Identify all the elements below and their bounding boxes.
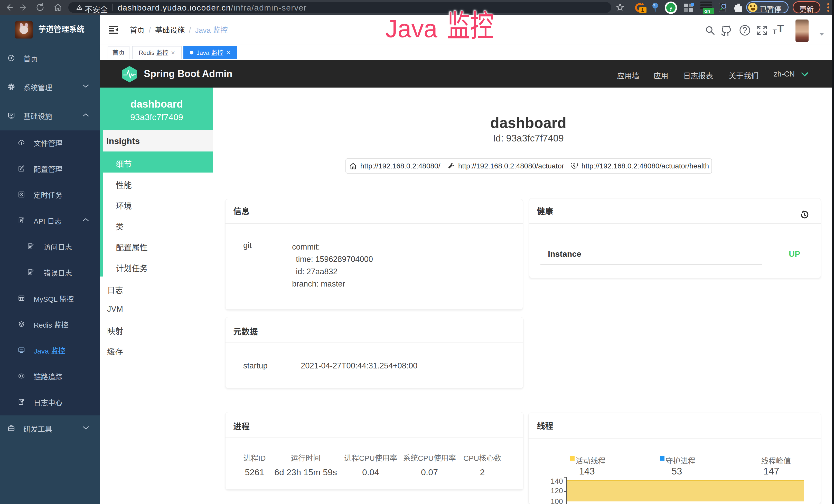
svg-text:y: y — [670, 5, 673, 11]
